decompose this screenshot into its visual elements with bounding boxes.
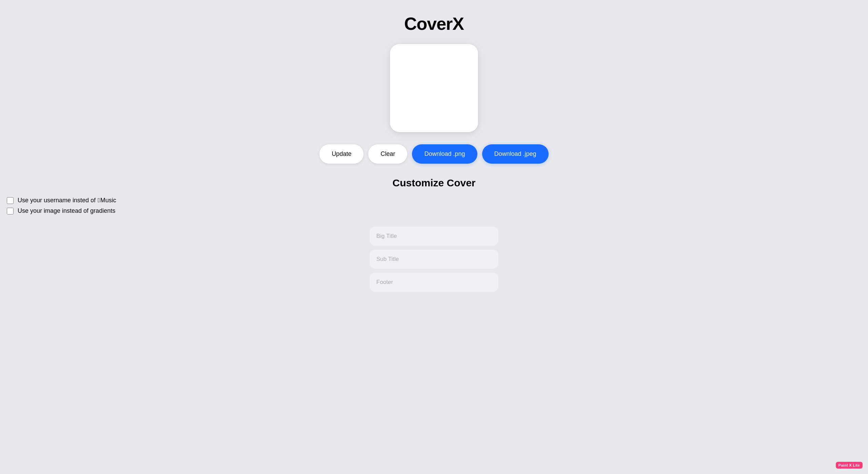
cover-preview	[390, 44, 478, 132]
username-option-row[interactable]: Use your username insted of Music	[7, 197, 176, 204]
username-checkbox[interactable]	[7, 197, 14, 204]
options-group: Use your username insted of Music Use y…	[7, 197, 176, 214]
paintx-badge: Paint X Lite	[836, 462, 863, 469]
image-option-label: Use your image instead of gradients	[18, 207, 115, 214]
sub-title-input[interactable]	[370, 250, 498, 269]
customize-section-title: Customize Cover	[392, 177, 475, 189]
clear-button[interactable]: Clear	[368, 144, 407, 164]
inputs-group	[370, 227, 498, 292]
apple-icon: 	[98, 197, 100, 204]
download-jpeg-button[interactable]: Download .jpeg	[482, 144, 549, 164]
image-option-row[interactable]: Use your image instead of gradients	[7, 207, 176, 214]
download-png-button[interactable]: Download .png	[412, 144, 477, 164]
image-checkbox[interactable]	[7, 208, 14, 214]
footer-input[interactable]	[370, 273, 498, 292]
app-title: CoverX	[404, 14, 464, 34]
update-button[interactable]: Update	[319, 144, 363, 164]
action-buttons: Update Clear Download .png Download .jpe…	[319, 144, 548, 164]
big-title-input[interactable]	[370, 227, 498, 246]
username-option-label: Use your username insted of Music	[18, 197, 116, 204]
